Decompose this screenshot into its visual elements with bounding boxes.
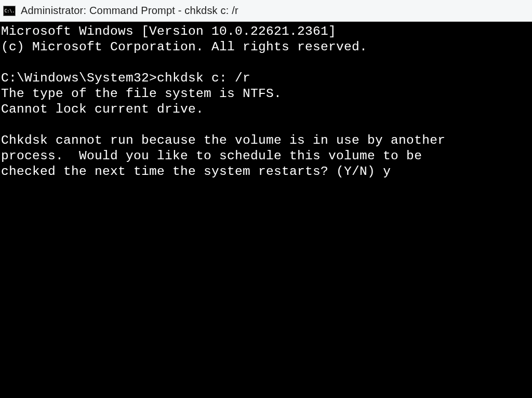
banner-line-1: Microsoft Windows [Version 10.0.22621.23…	[1, 24, 336, 38]
prompt-line: C:\Windows\System32>chkdsk c: /r	[1, 71, 250, 85]
prompt-separator: >	[149, 71, 157, 85]
terminal-output[interactable]: Microsoft Windows [Version 10.0.22621.23…	[0, 22, 532, 398]
output-line-1: The type of the file system is NTFS.	[1, 87, 282, 101]
user-response: y	[383, 164, 391, 179]
window-title: Administrator: Command Prompt - chkdsk c…	[21, 5, 238, 17]
entered-command: chkdsk c: /r	[157, 71, 250, 85]
banner-line-2: (c) Microsoft Corporation. All rights re…	[1, 40, 367, 54]
cmd-icon: C:\.	[3, 6, 16, 16]
prompt-path: C:\Windows\System32	[1, 71, 149, 85]
titlebar[interactable]: C:\. Administrator: Command Prompt - chk…	[0, 0, 532, 22]
output-line-2: Cannot lock current drive.	[1, 102, 204, 116]
output-paragraph: Chkdsk cannot run because the volume is …	[1, 133, 445, 179]
